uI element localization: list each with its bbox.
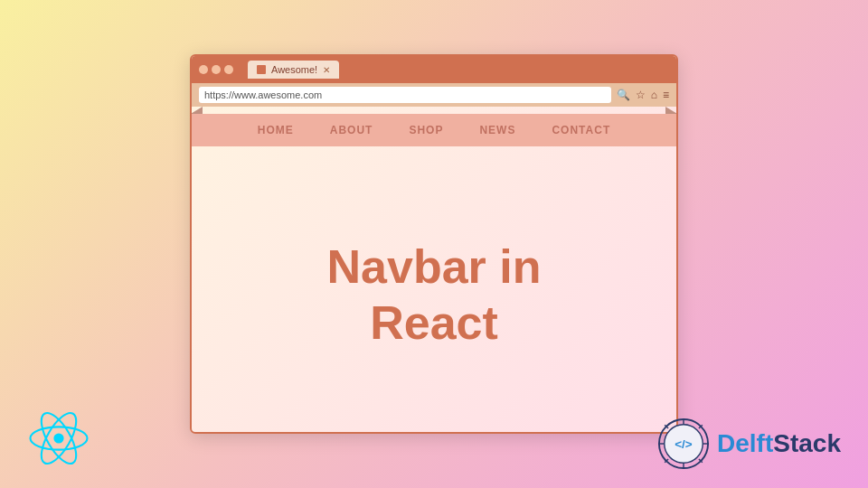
- star-icon[interactable]: ☆: [636, 89, 646, 101]
- delft-icon: </>: [657, 418, 710, 470]
- search-icon[interactable]: 🔍: [617, 89, 630, 101]
- delft-brand-text: DelftDelftStackStack: [717, 429, 841, 458]
- page-container: Awesome! ✕ 🔍 ☆ ⌂ ≡ HOME ABOUT SHOP: [0, 0, 868, 488]
- browser-addressbar: 🔍 ☆ ⌂ ≡: [192, 83, 676, 107]
- menu-icon[interactable]: ≡: [663, 89, 669, 101]
- navbar-container: HOME ABOUT SHOP NEWS CONTACT: [192, 107, 676, 154]
- svg-point-0: [53, 433, 63, 443]
- nav-home[interactable]: HOME: [258, 124, 294, 136]
- address-icons: 🔍 ☆ ⌂ ≡: [617, 89, 669, 101]
- delft-text-highlight: Delft: [717, 429, 773, 457]
- nav-news[interactable]: NEWS: [479, 124, 515, 136]
- tab-favicon: [257, 65, 266, 74]
- browser-titlebar: Awesome! ✕: [192, 56, 676, 83]
- nav-about[interactable]: ABOUT: [330, 124, 373, 136]
- title-line2: React: [370, 296, 498, 349]
- dot-yellow: [212, 65, 221, 74]
- browser-content: Navbar in React: [192, 154, 676, 434]
- main-title: Navbar in React: [327, 239, 542, 352]
- svg-text:</>: </>: [675, 437, 693, 451]
- home-icon[interactable]: ⌂: [651, 89, 657, 101]
- tab-close-button[interactable]: ✕: [323, 65, 330, 75]
- browser-dots: [199, 65, 233, 74]
- browser-window: Awesome! ✕ 🔍 ☆ ⌂ ≡ HOME ABOUT SHOP: [190, 54, 678, 434]
- nav-shop[interactable]: SHOP: [409, 124, 443, 136]
- title-line1: Navbar in: [327, 240, 542, 293]
- react-logo: [27, 407, 90, 470]
- delft-logo: </> DelftDelftStackStack: [657, 418, 841, 470]
- dot-green: [224, 65, 233, 74]
- dot-red: [199, 65, 208, 74]
- browser-tab[interactable]: Awesome! ✕: [248, 61, 339, 79]
- navbar: HOME ABOUT SHOP NEWS CONTACT: [192, 114, 676, 146]
- address-input[interactable]: [199, 87, 611, 103]
- tab-title: Awesome!: [271, 64, 317, 75]
- nav-contact[interactable]: CONTACT: [552, 124, 610, 136]
